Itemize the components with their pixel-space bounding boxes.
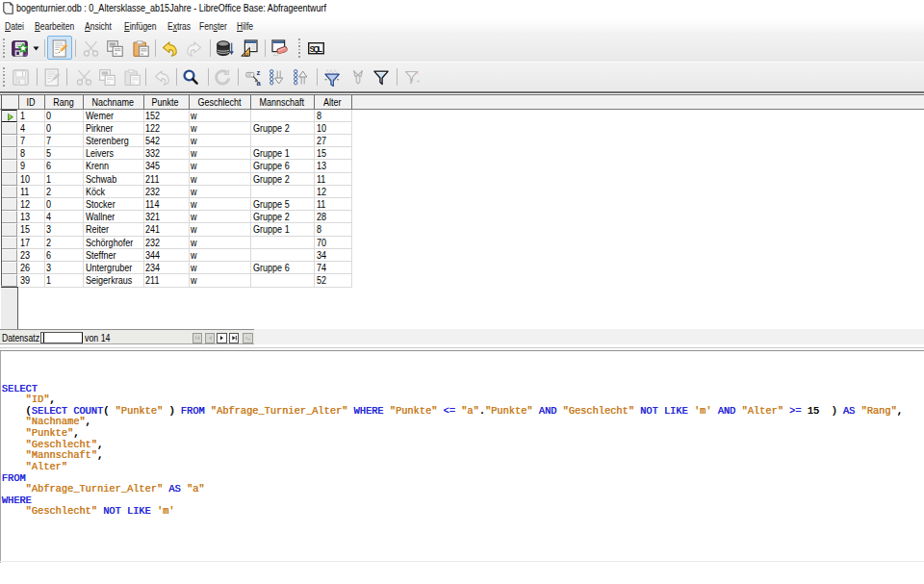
svg-text:SQL: SQL [309, 43, 321, 53]
svg-text:z: z [256, 69, 260, 77]
svg-text:a: a [256, 79, 261, 86]
